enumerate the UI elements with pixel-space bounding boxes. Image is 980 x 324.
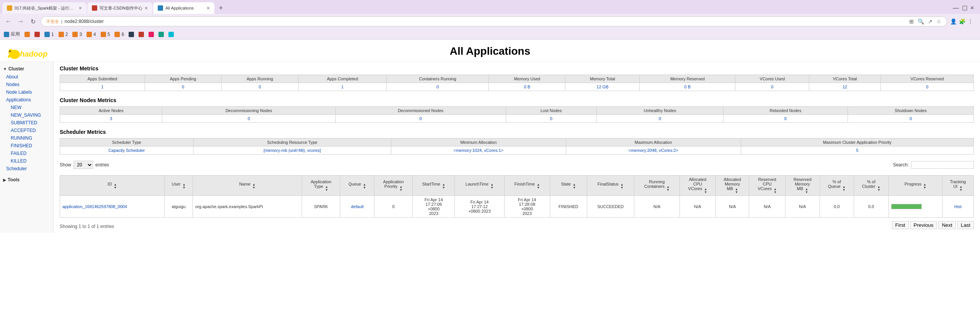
col-reserved-memory[interactable]: ReservedMemoryMB ▲▼	[785, 176, 820, 196]
col-running-containers[interactable]: RunningContainers ▲▼	[634, 176, 679, 196]
share-icon[interactable]: ↗	[928, 18, 933, 24]
col-application-priority[interactable]: ApplicationPriority ▲▼	[374, 176, 413, 196]
tab-3[interactable]: All Applications ×	[153, 2, 214, 14]
bookmark-6[interactable]: 6	[114, 32, 124, 37]
bookmark-5[interactable]: 5	[101, 32, 110, 37]
search-icon[interactable]: 🔍	[918, 18, 924, 24]
tab-2-close[interactable]: ×	[145, 5, 148, 11]
tab-1-close[interactable]: ×	[79, 5, 82, 11]
tracking-link[interactable]: Hist	[954, 204, 962, 209]
bookmark-apps[interactable]: 应用	[4, 31, 20, 37]
queue-sort-icon: ▲▼	[363, 183, 366, 189]
col-allocated-cpu[interactable]: AllocatedCPUVCores ▲▼	[679, 176, 715, 196]
back-button[interactable]: ←	[4, 18, 13, 25]
sidebar-link-about[interactable]: About	[0, 73, 53, 81]
address-bar[interactable]: 不安全 | node2:8088/cluster ⊞ 🔍 ↗ ☆	[41, 16, 947, 26]
col-tracking-ui[interactable]: TrackingUI ▲▼	[942, 176, 973, 196]
col-name[interactable]: Name ▲▼	[193, 176, 302, 196]
entries-select[interactable]: 10 20 50 100	[74, 161, 93, 169]
sidebar-link-nodes[interactable]: Nodes	[0, 81, 53, 88]
cell-priority: 0	[374, 196, 413, 218]
bookmark-4[interactable]: 4	[87, 32, 96, 37]
tab-1[interactable]: 017.尚硅谷_Spark框架 - 运行环境 ×	[2, 2, 87, 14]
tab-3-close[interactable]: ×	[207, 5, 210, 11]
val-lost-nodes[interactable]: 0	[506, 115, 596, 123]
extensions-icon[interactable]: 🧩	[959, 18, 965, 24]
refresh-button[interactable]: ↻	[28, 18, 38, 25]
col-reserved-cpu[interactable]: ReservedCPUVCores ▲▼	[749, 176, 785, 196]
sidebar-link-running[interactable]: RUNNING	[0, 134, 53, 142]
val-decommissioned-nodes[interactable]: 0	[335, 115, 506, 123]
scheduler-metrics-section: Scheduler Metrics Scheduler Type Schedul…	[60, 129, 974, 155]
search-label: Search:	[893, 162, 909, 168]
sidebar-link-killed[interactable]: KILLED	[0, 157, 53, 165]
bookmark-2b[interactable]: 2	[59, 32, 68, 37]
bookmark-1[interactable]: 1	[44, 32, 54, 37]
val-unhealthy-nodes[interactable]: 0	[596, 115, 723, 123]
search-input[interactable]	[911, 161, 974, 169]
last-button[interactable]: Last	[957, 221, 974, 229]
bookmark-steam[interactable]	[129, 32, 134, 37]
cluster-metrics-table: Apps Submitted Apps Pending Apps Running…	[60, 75, 974, 91]
tab-2[interactable]: 写文章-CSDN创作中心 ×	[87, 2, 152, 14]
col-pct-queue[interactable]: % ofQueue ▲▼	[820, 176, 854, 196]
sidebar-link-failed[interactable]: FAILED	[0, 150, 53, 157]
col-id[interactable]: ID ▲▼	[60, 176, 165, 196]
maximize-button[interactable]: ☐	[962, 5, 967, 12]
sidebar-link-new-saving[interactable]: NEW_SAVING	[0, 111, 53, 119]
val-shutdown-nodes[interactable]: 0	[848, 115, 973, 123]
reserved-memory-sort-icon: ▲▼	[805, 188, 808, 194]
col-final-status[interactable]: FinalStatus ▲▼	[587, 176, 634, 196]
val-decommissioning-nodes[interactable]: 0	[162, 115, 336, 123]
bookmark-pink[interactable]	[149, 32, 154, 37]
new-tab-button[interactable]: +	[215, 2, 227, 14]
bookmark-3[interactable]	[34, 32, 40, 37]
sidebar-cluster-toggle[interactable]: ▼ Cluster	[0, 65, 53, 73]
sidebar-link-scheduler[interactable]: Scheduler	[0, 165, 53, 173]
close-window-button[interactable]: ×	[970, 5, 974, 11]
bookmark-3b[interactable]: 3	[72, 32, 82, 37]
sidebar-link-finished[interactable]: FINISHED	[0, 142, 53, 150]
col-allocated-memory[interactable]: AllocatedMemoryMB ▲▼	[715, 176, 749, 196]
col-progress[interactable]: Progress ▲▼	[889, 176, 942, 196]
forward-button[interactable]: →	[16, 18, 25, 25]
app-id-link[interactable]: application_1681462597808_0004	[62, 204, 127, 209]
col-start-time[interactable]: StartTime ▲▼	[413, 176, 455, 196]
bookmark-2[interactable]	[24, 32, 30, 37]
profile-icon[interactable]: 👤	[950, 18, 957, 24]
val-active-nodes[interactable]: 3	[60, 115, 162, 123]
sidebar-link-submitted[interactable]: SUBMITTED	[0, 119, 53, 127]
col-launch-time[interactable]: LaunchTime ▲▼	[455, 176, 504, 196]
val-apps-completed[interactable]: 1	[299, 83, 387, 91]
col-state[interactable]: State ▲▼	[550, 176, 587, 196]
bookmark-teal[interactable]	[158, 32, 164, 37]
bookmark-youtube[interactable]	[139, 32, 144, 37]
col-pct-cluster[interactable]: % ofCluster ▲▼	[854, 176, 889, 196]
next-button[interactable]: Next	[938, 221, 956, 229]
col-user[interactable]: User ▲▼	[165, 176, 193, 196]
val-rebooted-nodes[interactable]: 0	[723, 115, 848, 123]
hadoop-logo[interactable]: hadoop	[6, 44, 52, 64]
val-apps-pending[interactable]: 0	[145, 83, 221, 91]
settings-icon[interactable]: ⋮	[968, 18, 973, 24]
bookmark-cyan[interactable]	[168, 32, 174, 37]
bookmark-3-icon	[34, 32, 40, 37]
sidebar-tools-toggle[interactable]: ▶ Tools	[0, 176, 53, 184]
sidebar-link-new[interactable]: NEW	[0, 104, 53, 111]
val-apps-running[interactable]: 0	[221, 83, 299, 91]
sidebar-link-nodelabels[interactable]: Node Labels	[0, 88, 53, 96]
val-apps-submitted[interactable]: 1	[60, 83, 145, 91]
previous-button[interactable]: Previous	[910, 221, 937, 229]
col-application-type[interactable]: ApplicationType ▲▼	[302, 176, 340, 196]
val-containers-running[interactable]: 0	[387, 83, 489, 91]
sidebar-link-accepted[interactable]: ACCEPTED	[0, 127, 53, 134]
minimize-button[interactable]: —	[953, 5, 959, 11]
sidebar-link-applications[interactable]: Applications	[0, 96, 53, 104]
bookmark-icon[interactable]: ☆	[936, 18, 941, 24]
first-button[interactable]: First	[892, 221, 909, 229]
bookmark-cyan-icon	[168, 32, 174, 37]
col-finish-time[interactable]: FinishTime ▲▼	[504, 176, 550, 196]
col-queue[interactable]: Queue ▲▼	[340, 176, 374, 196]
queue-link[interactable]: default	[351, 204, 364, 209]
translate-icon[interactable]: ⊞	[909, 18, 914, 24]
